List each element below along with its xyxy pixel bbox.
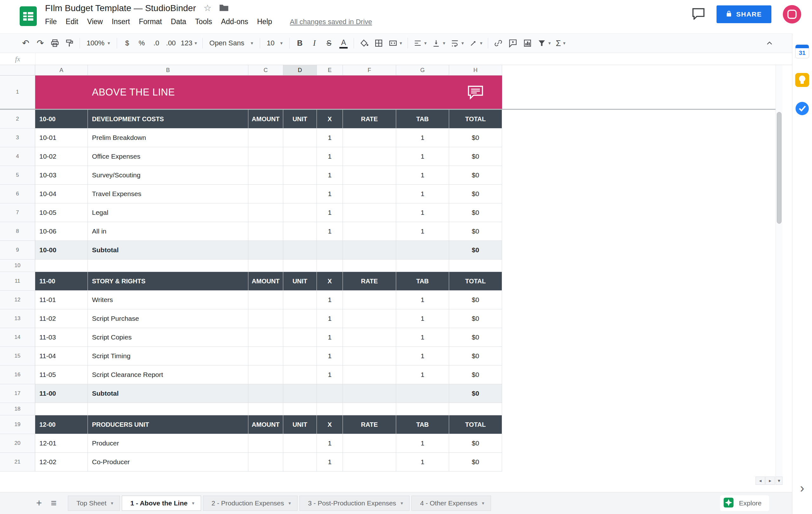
cell-H3[interactable]: $0 [449,128,502,147]
cell-H16[interactable]: $0 [449,366,502,384]
cell-E8[interactable]: 1 [317,222,343,241]
cell-G19[interactable]: TAB [396,415,449,434]
cell-D7[interactable] [283,203,317,222]
text-wrap-icon[interactable]: ▾ [448,36,467,51]
cell-H2[interactable]: TOTAL [449,110,502,128]
cell-D4[interactable] [283,147,317,166]
cell-A2[interactable]: 10-00 [35,110,88,128]
cell-B17[interactable]: Subtotal [88,384,249,403]
show-side-panel-icon[interactable]: › [800,482,804,494]
tab-menu-caret-icon[interactable]: ▾ [482,501,484,506]
cell-D2[interactable]: UNIT [283,110,317,128]
cell-D6[interactable] [283,185,317,203]
cell-H8[interactable]: $0 [449,222,502,241]
cell-E5[interactable]: 1 [317,166,343,185]
cell-B6[interactable]: Travel Expenses [88,185,249,203]
cell-C20[interactable] [249,434,283,453]
menu-insert[interactable]: Insert [107,16,135,28]
folder-icon[interactable] [219,4,229,13]
row-header-20[interactable]: 20 [0,434,35,453]
cell-A12[interactable]: 11-01 [35,291,88,309]
cell-G5[interactable]: 1 [396,166,449,185]
cell-B4[interactable]: Office Expenses [88,147,249,166]
row-header-11[interactable]: 11 [0,272,35,291]
column-header-e[interactable]: E [317,65,343,76]
sheet-tab-2-production-expenses[interactable]: 2 - Production Expenses▾ [203,495,297,511]
cell-H18[interactable] [449,403,502,415]
scroll-down-button[interactable]: ▾ [776,477,783,485]
cell-D19[interactable]: UNIT [283,415,317,434]
cell-H12[interactable]: $0 [449,291,502,309]
explore-button[interactable]: Explore [720,495,769,511]
cell-E18[interactable] [317,403,343,415]
row-header-3[interactable]: 3 [0,128,35,147]
cell-H15[interactable]: $0 [449,347,502,366]
tasks-icon[interactable] [795,102,809,115]
comments-icon[interactable] [692,8,705,21]
column-header-c[interactable]: C [249,65,283,76]
horizontal-align-icon[interactable]: ▾ [411,36,430,51]
cell-C21[interactable] [249,453,283,472]
decrease-decimal-button[interactable]: .0 [149,36,164,51]
vertical-align-icon[interactable]: ▾ [429,36,448,51]
cell-E3[interactable]: 1 [317,128,343,147]
format-currency-button[interactable]: $ [120,36,135,51]
cell-E20[interactable]: 1 [317,434,343,453]
cell-G13[interactable]: 1 [396,309,449,328]
sheet-tab-1-above-the-line[interactable]: 1 - Above the Line▾ [122,495,201,511]
cell-H20[interactable]: $0 [449,434,502,453]
cell-G11[interactable]: TAB [396,272,449,291]
cell-A20[interactable]: 12-01 [35,434,88,453]
cell-A9[interactable]: 10-00 [35,241,88,260]
undo-icon[interactable]: ↶ [19,36,33,51]
cell-A5[interactable]: 10-03 [35,166,88,185]
cell-F14[interactable] [343,328,396,347]
cell-B13[interactable]: Script Purchase [88,309,249,328]
cell-G8[interactable]: 1 [396,222,449,241]
cell-F20[interactable] [343,434,396,453]
insert-comment-icon[interactable] [505,36,520,51]
cell-H5[interactable]: $0 [449,166,502,185]
share-button[interactable]: SHARE [717,5,772,23]
cell-G16[interactable]: 1 [396,366,449,384]
column-header-f[interactable]: F [343,65,396,76]
cell-B3[interactable]: Prelim Breakdown [88,128,249,147]
cell-E6[interactable]: 1 [317,185,343,203]
cell-A21[interactable]: 12-02 [35,453,88,472]
cell-H10[interactable] [449,260,502,272]
cell-D9[interactable] [283,241,317,260]
cell-C9[interactable] [249,241,283,260]
cell-D14[interactable] [283,328,317,347]
column-header-d[interactable]: D [283,65,317,76]
cell-B5[interactable]: Survey/Scouting [88,166,249,185]
menu-add-ons[interactable]: Add-ons [216,16,253,28]
cell-E11[interactable]: X [317,272,343,291]
cell-E17[interactable] [317,384,343,403]
cell-D20[interactable] [283,434,317,453]
cell-E10[interactable] [317,260,343,272]
select-all-corner[interactable] [0,65,35,76]
cell-A16[interactable]: 11-05 [35,366,88,384]
cell-E21[interactable]: 1 [317,453,343,472]
row-header-12[interactable]: 12 [0,291,35,309]
fill-color-icon[interactable] [357,36,371,51]
row-header-4[interactable]: 4 [0,147,35,166]
cell-C17[interactable] [249,384,283,403]
cell-E16[interactable]: 1 [317,366,343,384]
cell-G17[interactable] [396,384,449,403]
cell-D10[interactable] [283,260,317,272]
cell-E13[interactable]: 1 [317,309,343,328]
cell-A14[interactable]: 11-03 [35,328,88,347]
cell-A19[interactable]: 12-00 [35,415,88,434]
cell-E12[interactable]: 1 [317,291,343,309]
cell-G9[interactable] [396,241,449,260]
cell-A18[interactable] [35,403,88,415]
cell-H9[interactable]: $0 [449,241,502,260]
row-header-18[interactable]: 18 [0,403,35,415]
cell-F19[interactable]: RATE [343,415,396,434]
cell-E2[interactable]: X [317,110,343,128]
sheet-tab-4-other-expenses[interactable]: 4 - Other Expenses▾ [411,495,491,511]
row-header-13[interactable]: 13 [0,309,35,328]
cell-F16[interactable] [343,366,396,384]
cell-E4[interactable]: 1 [317,147,343,166]
